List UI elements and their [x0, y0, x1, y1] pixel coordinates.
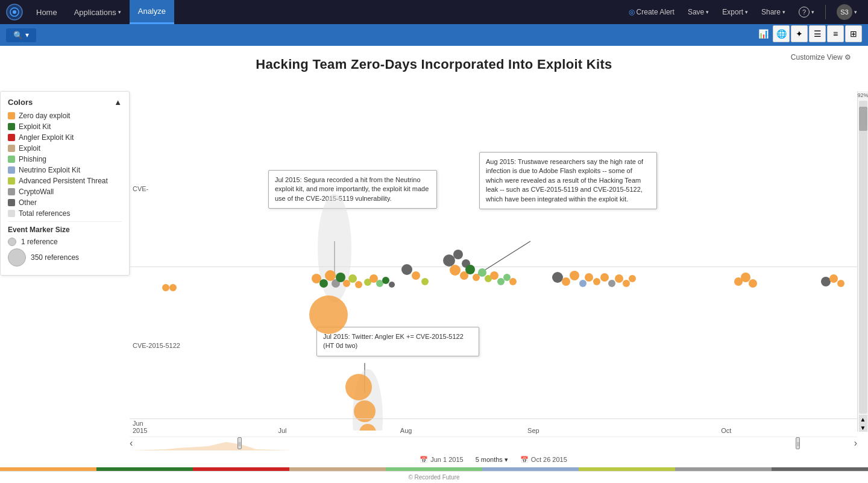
chart-title: Hacking Team Zero-Days Incorporated Into… [0, 46, 868, 78]
bubble[interactable] [600, 273, 609, 282]
bubble[interactable] [741, 273, 750, 282]
bubble[interactable] [579, 280, 587, 287]
duration-control[interactable]: 5 months ▾ [476, 456, 508, 464]
view-bar-chart[interactable]: 📊 [755, 25, 772, 42]
nav-home[interactable]: Home [28, 0, 66, 24]
bubble[interactable] [401, 264, 412, 275]
range-handle-left[interactable]: || [239, 437, 241, 449]
legend-item-label: Advanced Persistent Threat [19, 177, 108, 185]
legend-item-label: Exploit Kit [19, 122, 51, 131]
nav-right-actions: ◎ Create Alert Save▾ Export▾ Share▾ ?▾ S… [624, 0, 862, 24]
bubble[interactable] [325, 270, 336, 281]
scroll-left-button[interactable]: ‹ [130, 438, 133, 449]
chart-container: CVE- CVE-2015-5122 Jul 2015: Segura reco… [130, 92, 857, 431]
start-date-control[interactable]: 📅 Jun 1 2015 [420, 456, 463, 464]
bubble[interactable] [608, 280, 615, 287]
share-button[interactable]: Share▾ [756, 0, 790, 24]
bubble[interactable] [585, 273, 593, 282]
legend-item-label: Phishing [19, 155, 46, 163]
customize-view-button[interactable]: Customize View ⚙ [791, 53, 851, 62]
bubble[interactable] [412, 271, 420, 280]
bubble[interactable] [336, 273, 345, 282]
scroll-right-button[interactable]: › [854, 438, 857, 449]
strip-green [96, 467, 193, 471]
start-date-label: Jun 1 2015 [430, 456, 463, 463]
bubble[interactable] [450, 265, 461, 276]
bubble[interactable] [509, 278, 517, 285]
user-avatar: S3 [837, 4, 852, 20]
create-alert-button[interactable]: ◎ Create Alert [624, 0, 679, 24]
view-grid[interactable]: ⊞ [845, 25, 862, 42]
user-menu[interactable]: S3 ▾ [832, 0, 862, 24]
bubble[interactable] [629, 275, 636, 282]
legend-collapse[interactable]: ▲ [114, 98, 122, 107]
bubble[interactable] [503, 274, 511, 281]
scroll-down-button[interactable]: ▼ [859, 423, 867, 432]
footer-copyright: © Recorded Future [6, 474, 862, 481]
legend-item-label: Other [19, 198, 37, 207]
view-network[interactable]: ✦ [791, 25, 808, 42]
bubble[interactable] [453, 250, 463, 259]
view-table[interactable]: ☰ [809, 25, 826, 42]
bubble[interactable] [552, 272, 563, 283]
nav-applications[interactable]: Applications ▾ [66, 0, 130, 24]
end-date-control[interactable]: 📅 Oct 26 2015 [520, 456, 567, 464]
bubble[interactable] [497, 278, 505, 285]
scroll-up-button[interactable]: ▲ [859, 415, 867, 423]
bubble[interactable] [615, 274, 623, 283]
bubble[interactable] [570, 271, 579, 280]
bubble[interactable] [162, 284, 169, 291]
scroll-track[interactable] [859, 101, 867, 414]
bubble[interactable] [382, 277, 389, 284]
export-button[interactable]: Export▾ [717, 0, 753, 24]
bubble[interactable] [443, 254, 455, 267]
legend-item: Angler Exploit Kit [8, 133, 122, 142]
view-list[interactable]: ≡ [827, 25, 844, 42]
legend-title: Colors [8, 98, 33, 107]
bubble[interactable] [348, 274, 357, 283]
color-strip [0, 467, 868, 471]
bubble[interactable] [319, 279, 328, 288]
strip-blue [482, 467, 579, 471]
view-globe[interactable]: 🌐 [773, 25, 790, 42]
bubble[interactable] [837, 280, 844, 287]
vertical-scrollbar[interactable]: 92% ▲ ▼ [857, 91, 868, 432]
search-bar: 🔍 ▾ [0, 24, 868, 46]
strip-red [193, 467, 289, 471]
search-button[interactable]: 🔍 ▾ [6, 28, 36, 42]
bubble[interactable] [821, 277, 831, 286]
nav-analyze[interactable]: Analyze [130, 0, 174, 24]
search-icon: 🔍 [13, 31, 23, 40]
duration-dropdown-icon: ▾ [505, 456, 508, 464]
bubble[interactable] [829, 274, 838, 283]
bubble[interactable] [593, 278, 600, 285]
bubble[interactable] [465, 265, 475, 274]
size-small-label: 1 reference [21, 238, 58, 246]
bubble[interactable] [478, 268, 486, 277]
bubble[interactable] [355, 281, 362, 288]
save-button[interactable]: Save▾ [683, 0, 714, 24]
bubble[interactable] [389, 282, 395, 288]
size-large-icon [8, 248, 26, 267]
range-handle-right[interactable]: || [797, 437, 799, 449]
footer: © Recorded Future [0, 471, 868, 483]
months-label: months [481, 456, 503, 463]
bubble[interactable] [562, 277, 570, 286]
help-button[interactable]: ?▾ [794, 0, 819, 24]
bubble[interactable] [749, 279, 757, 288]
legend-color-swatch [8, 210, 15, 217]
legend-item-label: Zero day exploit [19, 112, 70, 120]
legend-item: Total references [8, 209, 122, 218]
bubble[interactable] [421, 278, 429, 285]
legend-item: Advanced Persistent Threat [8, 177, 122, 185]
main-content: Hacking Team Zero-Days Incorporated Into… [0, 46, 868, 480]
bubble[interactable] [169, 284, 177, 291]
bubble-large-2[interactable] [345, 374, 372, 400]
scroll-thumb[interactable] [859, 107, 867, 131]
bubble-large[interactable] [309, 295, 348, 334]
bubble[interactable] [623, 280, 630, 287]
bubble[interactable] [490, 271, 498, 280]
month-aug: Aug [341, 427, 471, 434]
month-sep: Sep [471, 427, 595, 434]
legend-item: Phishing [8, 155, 122, 163]
